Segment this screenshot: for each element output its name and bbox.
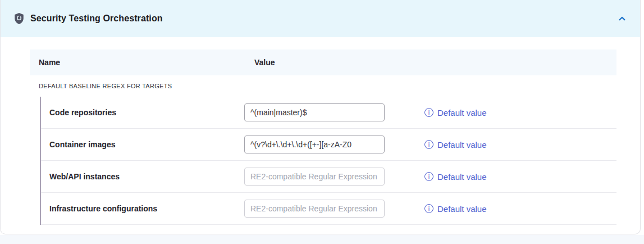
shield-refresh-icon (14, 13, 24, 24)
infrastructure-configurations-regex-input[interactable] (244, 200, 385, 218)
table-row-infrastructure-configurations: Infrastructure configurations i Default … (41, 193, 616, 225)
regex-settings-table: Name Value DEFAULT BASELINE REGEX FOR TA… (30, 49, 616, 225)
table-row-code-repositories: Code repositories i Default value (41, 97, 616, 129)
table-row-web-api-instances: Web/API instances i Default value (41, 161, 616, 193)
row-label: Container images (41, 140, 244, 149)
web-api-instances-regex-input[interactable] (244, 168, 385, 186)
row-label: Infrastructure configurations (41, 204, 244, 213)
regex-row-group: Code repositories i Default value Contai… (40, 97, 616, 225)
default-value-label: Default value (437, 108, 487, 118)
security-testing-orchestration-panel: Security Testing Orchestration Name Valu… (0, 0, 641, 234)
info-circle-icon: i (424, 172, 433, 181)
code-repositories-regex-input[interactable] (244, 103, 385, 121)
panel-header-toggle[interactable]: Security Testing Orchestration (1, 0, 640, 37)
column-header-value: Value (254, 58, 275, 67)
default-value-link[interactable]: i Default value (424, 204, 487, 214)
container-images-regex-input[interactable] (244, 135, 385, 153)
row-label: Web/API instances (41, 172, 244, 181)
info-circle-icon: i (424, 108, 433, 117)
chevron-up-icon[interactable] (618, 14, 627, 23)
panel-title: Security Testing Orchestration (30, 13, 163, 24)
default-value-label: Default value (437, 204, 487, 214)
column-header-name: Name (39, 58, 60, 67)
panel-body: Name Value DEFAULT BASELINE REGEX FOR TA… (1, 37, 640, 225)
table-header-row: Name Value (30, 49, 616, 75)
info-circle-icon: i (424, 204, 433, 213)
default-value-label: Default value (437, 140, 487, 150)
row-label: Code repositories (41, 108, 244, 117)
info-circle-icon: i (424, 140, 433, 149)
default-value-link[interactable]: i Default value (424, 108, 487, 118)
default-value-link[interactable]: i Default value (424, 172, 487, 182)
page-background-strip (0, 235, 644, 244)
default-value-label: Default value (437, 172, 487, 182)
table-row-container-images: Container images i Default value (41, 129, 616, 161)
section-label-default-baseline-regex: DEFAULT BASELINE REGEX FOR TARGETS (30, 75, 616, 97)
default-value-link[interactable]: i Default value (424, 140, 487, 150)
